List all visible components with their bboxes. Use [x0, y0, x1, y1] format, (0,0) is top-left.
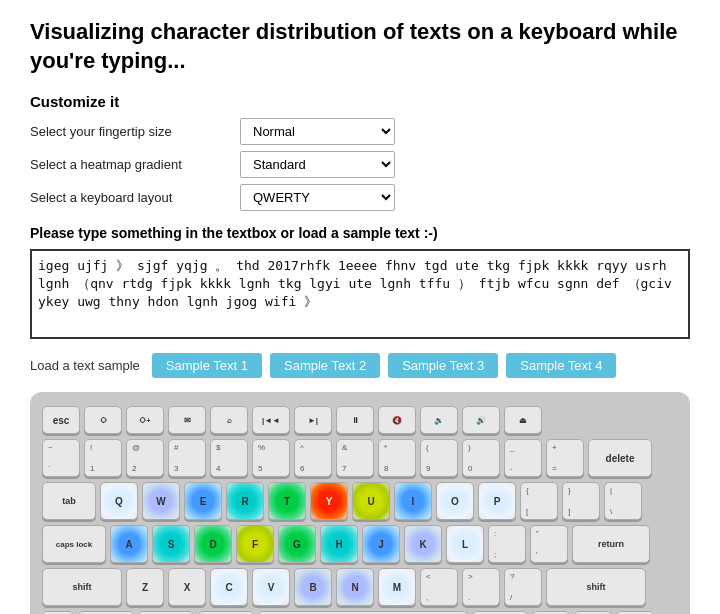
customize-section: Customize it Select your fingertip size … [30, 93, 690, 211]
key-1[interactable]: !1 [84, 439, 122, 477]
key-f[interactable]: F [236, 525, 274, 563]
customize-heading: Customize it [30, 93, 690, 110]
key-z[interactable]: Z [126, 568, 164, 606]
key-f11[interactable]: ⏏ [504, 406, 542, 434]
sample-btn-4[interactable]: Sample Text 4 [506, 353, 616, 378]
sample-btn-2[interactable]: Sample Text 2 [270, 353, 380, 378]
key-f3[interactable]: ✉ [168, 406, 206, 434]
keyboard: esc 🌣 🌣+ ✉ ⌕ |◄◄ ►| ⏸ 🔇 🔉 🔊 ⏏ ~` !1 @2 #… [30, 392, 690, 614]
key-f7[interactable]: ⏸ [336, 406, 374, 434]
sample-btn-1[interactable]: Sample Text 1 [152, 353, 262, 378]
number-row: ~` !1 @2 #3 $4 %5 ^6 &7 *8 (9 )0 _- += d… [42, 439, 678, 477]
key-tab[interactable]: tab [42, 482, 96, 520]
key-a[interactable]: A [110, 525, 148, 563]
key-3[interactable]: #3 [168, 439, 206, 477]
key-4[interactable]: $4 [210, 439, 248, 477]
key-b[interactable]: B [294, 568, 332, 606]
key-lbracket[interactable]: {[ [520, 482, 558, 520]
key-quote[interactable]: "' [530, 525, 568, 563]
key-shift-right[interactable]: shift [546, 568, 646, 606]
key-slash[interactable]: ?/ [504, 568, 542, 606]
key-e[interactable]: E [184, 482, 222, 520]
key-r[interactable]: R [226, 482, 264, 520]
sample-row: Load a text sample Sample Text 1 Sample … [30, 353, 690, 378]
gradient-select[interactable]: Standard Rainbow Monochrome [240, 151, 395, 178]
gradient-row: Select a heatmap gradient Standard Rainb… [30, 151, 690, 178]
key-rbracket[interactable]: }] [562, 482, 600, 520]
key-w[interactable]: W [142, 482, 180, 520]
key-shift-left[interactable]: shift [42, 568, 122, 606]
key-6[interactable]: ^6 [294, 439, 332, 477]
key-minus[interactable]: _- [504, 439, 542, 477]
key-backtick[interactable]: ~` [42, 439, 80, 477]
key-q[interactable]: Q [100, 482, 138, 520]
key-9[interactable]: (9 [420, 439, 458, 477]
gradient-label: Select a heatmap gradient [30, 157, 240, 172]
key-8[interactable]: *8 [378, 439, 416, 477]
layout-row: Select a keyboard layout QWERTY AZERTY D… [30, 184, 690, 211]
key-s[interactable]: S [152, 525, 190, 563]
key-n[interactable]: N [336, 568, 374, 606]
key-0[interactable]: )0 [462, 439, 500, 477]
key-capslock[interactable]: caps lock [42, 525, 106, 563]
key-return[interactable]: return [572, 525, 650, 563]
fingertip-select[interactable]: Normal Small Large [240, 118, 395, 145]
key-t[interactable]: T [268, 482, 306, 520]
key-u[interactable]: U [352, 482, 390, 520]
key-esc[interactable]: esc [42, 406, 80, 434]
asdf-row: caps lock A S D F G H J K L :; "' return [42, 525, 678, 563]
key-7[interactable]: &7 [336, 439, 374, 477]
key-comma[interactable]: <, [420, 568, 458, 606]
key-x[interactable]: X [168, 568, 206, 606]
key-semicolon[interactable]: :; [488, 525, 526, 563]
key-g[interactable]: G [278, 525, 316, 563]
key-f6[interactable]: ►| [294, 406, 332, 434]
layout-select[interactable]: QWERTY AZERTY DVORAK [240, 184, 395, 211]
key-f2[interactable]: 🌣+ [126, 406, 164, 434]
fingertip-row: Select your fingertip size Normal Small … [30, 118, 690, 145]
key-c[interactable]: C [210, 568, 248, 606]
key-v[interactable]: V [252, 568, 290, 606]
key-i[interactable]: I [394, 482, 432, 520]
key-delete[interactable]: delete [588, 439, 652, 477]
key-period[interactable]: >. [462, 568, 500, 606]
text-input[interactable]: igeg ujfj 》 sjgf yqjg 。 thd 2017rhfk 1ee… [30, 249, 690, 339]
main-container: Visualizing character distribution of te… [0, 0, 720, 614]
load-label: Load a text sample [30, 358, 140, 373]
key-f9[interactable]: 🔉 [420, 406, 458, 434]
key-5[interactable]: %5 [252, 439, 290, 477]
key-equals[interactable]: += [546, 439, 584, 477]
key-f10[interactable]: 🔊 [462, 406, 500, 434]
fingertip-label: Select your fingertip size [30, 124, 240, 139]
key-y[interactable]: Y [310, 482, 348, 520]
key-h[interactable]: H [320, 525, 358, 563]
layout-label: Select a keyboard layout [30, 190, 240, 205]
page-title: Visualizing character distribution of te… [30, 18, 690, 75]
fn-row: esc 🌣 🌣+ ✉ ⌕ |◄◄ ►| ⏸ 🔇 🔉 🔊 ⏏ [42, 406, 678, 434]
key-j[interactable]: J [362, 525, 400, 563]
zxcv-row: shift Z X C V B N M <, >. ?/ shift [42, 568, 678, 606]
textbox-prompt: Please type something in the textbox or … [30, 225, 690, 241]
key-o[interactable]: O [436, 482, 474, 520]
key-k[interactable]: K [404, 525, 442, 563]
key-d[interactable]: D [194, 525, 232, 563]
key-p[interactable]: P [478, 482, 516, 520]
key-f4[interactable]: ⌕ [210, 406, 248, 434]
key-f8[interactable]: 🔇 [378, 406, 416, 434]
key-m[interactable]: M [378, 568, 416, 606]
key-l[interactable]: L [446, 525, 484, 563]
sample-btn-3[interactable]: Sample Text 3 [388, 353, 498, 378]
key-f1[interactable]: 🌣 [84, 406, 122, 434]
key-f5[interactable]: |◄◄ [252, 406, 290, 434]
key-2[interactable]: @2 [126, 439, 164, 477]
qwerty-row: tab Q W E R T Y U I O P {[ }] |\ [42, 482, 678, 520]
key-backslash[interactable]: |\ [604, 482, 642, 520]
